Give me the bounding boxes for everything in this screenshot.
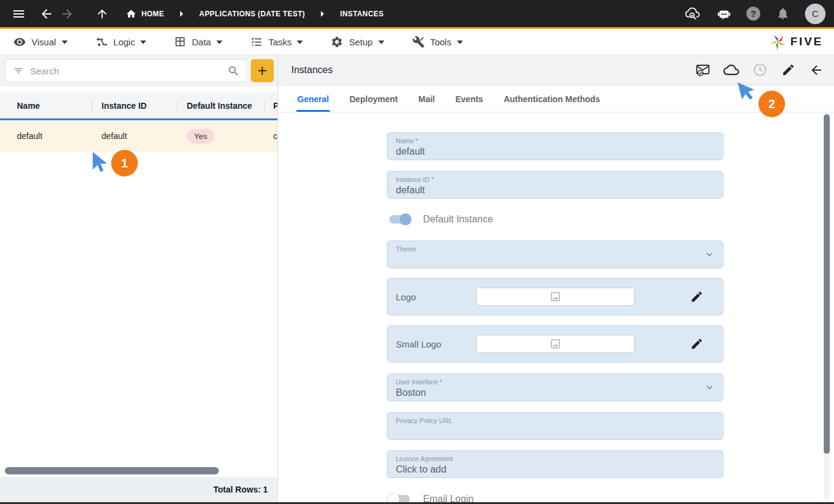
add-instance-button[interactable]: + [251,59,274,82]
back-button[interactable] [36,4,57,24]
logo-upload-box[interactable] [476,288,635,306]
avatar[interactable]: C [805,4,826,24]
panel-actions [695,62,824,78]
column-header-name[interactable]: Name [0,101,92,111]
filter-icon[interactable] [13,65,24,77]
deploy-cloud-button[interactable] [723,62,739,78]
horizontal-scrollbar-thumb[interactable] [5,467,219,474]
forward-button[interactable] [57,4,77,24]
wrench-icon [412,36,425,48]
licence-agreement-field[interactable]: Licence Agreement Click to add [387,450,723,478]
bell-icon [776,7,790,21]
default-instance-toggle[interactable] [389,215,410,224]
menu-logic[interactable]: Logic [95,36,147,48]
gear-icon [331,36,343,48]
avatar-initial: C [812,8,819,19]
question-mark-icon: ? [751,9,756,19]
caret-down-icon [297,40,303,44]
cell-clipped: c [264,131,277,141]
five-logo: FIVE [770,34,823,50]
licence-agreement-value: Click to add [396,464,714,475]
help-button[interactable]: ? [746,7,760,21]
hamburger-menu-button[interactable] [8,4,29,24]
pencil-icon [690,290,703,303]
privacy-policy-url-field[interactable]: Privacy Policy URL [387,412,723,440]
breadcrumb-home-label: HOME [141,10,164,18]
chevron-down-icon [703,248,716,260]
horizontal-scrollbar [0,466,277,477]
arrow-left-icon [809,63,824,77]
search-box [5,59,247,82]
five-wordmark: FIVE [790,35,823,48]
email-login-toggle[interactable] [389,495,410,502]
instances-list-panel: + Name Instance ID Default Instance P de… [0,55,278,502]
column-header-instance-id[interactable]: Instance ID [92,101,177,111]
search-input[interactable] [30,66,221,76]
menu-tasks-label: Tasks [268,37,291,47]
small-logo-field[interactable]: Small Logo [387,325,723,363]
cell-instance-id: default [92,131,177,141]
menu-setup[interactable]: Setup [331,36,384,48]
table-row[interactable]: default default Yes c [0,120,277,152]
tab-authentication-methods[interactable]: Authentication Methods [502,94,601,112]
user-interface-select[interactable]: User Interface * Boston [387,373,723,401]
home-icon [126,8,137,19]
pencil-icon [781,63,795,77]
menubar: Visual Logic Data Tasks Setup Tools [0,29,834,55]
instance-id-field-value: default [396,185,714,196]
caret-down-icon [457,40,463,44]
toggle-knob [399,213,412,225]
menu-tools[interactable]: Tools [412,36,463,48]
small-logo-field-label: Small Logo [396,339,476,349]
small-logo-edit-button[interactable] [689,336,705,352]
vertical-scrollbar-thumb[interactable] [824,114,830,454]
robot-icon [716,6,732,22]
column-header-default-instance[interactable]: Default Instance [177,101,264,111]
theme-select[interactable]: Theme [387,241,723,268]
small-logo-upload-box[interactable] [476,335,635,353]
menu-visual[interactable]: Visual [13,36,68,48]
caret-down-icon [378,40,384,44]
menu-tasks[interactable]: Tasks [250,36,303,48]
search-icon[interactable] [227,65,240,77]
logo-field-label: Logo [396,292,476,302]
clock-icon [752,62,768,77]
five-pinwheel-icon [770,34,786,50]
pencil-icon [690,337,703,351]
instance-id-field[interactable]: Instance ID * default [387,171,723,199]
caret-down-icon [216,40,222,44]
default-instance-label: Default Instance [423,214,493,225]
column-header-clipped[interactable]: P [264,101,277,111]
tab-deployment[interactable]: Deployment [348,94,399,112]
yes-badge: Yes [187,129,215,144]
breadcrumb-chevron-icon [320,10,326,18]
plus-icon: + [257,63,267,79]
image-placeholder-icon [549,338,561,350]
breadcrumb-instances[interactable]: INSTANCES [340,10,384,18]
tab-mail[interactable]: Mail [417,94,436,112]
history-button[interactable] [752,62,768,78]
notifications-button[interactable] [772,4,793,24]
up-button[interactable] [92,4,112,24]
menu-visual-label: Visual [31,37,56,47]
arrow-up-icon [95,7,109,21]
checklist-icon [250,36,263,48]
mail-check-button[interactable] [695,62,711,78]
breadcrumb-home[interactable]: HOME [126,8,164,19]
logo-edit-button[interactable] [689,289,705,305]
cloud-search-button[interactable] [681,4,702,24]
tab-events[interactable]: Events [454,94,485,112]
breadcrumb-instances-label: INSTANCES [340,10,384,18]
assistant-button[interactable] [714,4,734,24]
close-detail-button[interactable] [809,62,824,78]
page-title: Instances [291,65,332,76]
tab-general[interactable]: General [296,94,330,112]
logo-field[interactable]: Logo [387,278,723,315]
image-placeholder-icon [549,291,561,303]
eye-icon [13,36,26,48]
name-field[interactable]: Name * default [387,132,723,160]
menu-data[interactable]: Data [174,36,222,48]
edit-button[interactable] [780,62,796,78]
breadcrumb-applications[interactable]: APPLICATIONS (DATE TEST) [199,10,305,18]
breadcrumb-applications-label: APPLICATIONS (DATE TEST) [199,10,305,18]
